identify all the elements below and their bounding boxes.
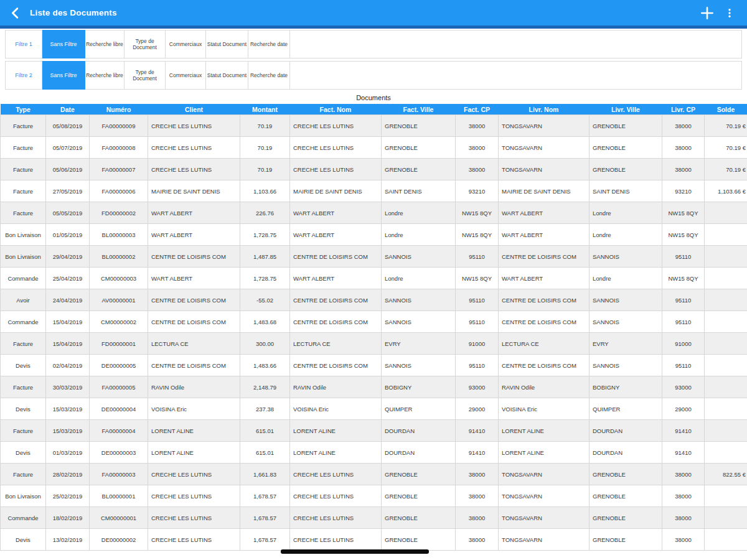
col-header-fact-ville[interactable]: Fact. Ville [382, 104, 456, 115]
filter1-label[interactable]: Filtre 1 [5, 30, 42, 58]
table-row[interactable]: Facture 28/02/2019 FA00000003 CRECHE LES… [1, 464, 747, 485]
table-row[interactable]: Commande 15/04/2019 CM00000002 CENTRE DE… [1, 311, 747, 333]
plus-icon [699, 5, 715, 21]
filter2-statut-document-button[interactable]: Statut Document [206, 61, 248, 90]
cell-livr-ville: QUIMPER [590, 398, 662, 420]
cell-montant: 2,148.79 [240, 376, 290, 398]
table-row[interactable]: Facture 30/03/2019 FA00000005 RAVIN Odil… [1, 376, 747, 398]
table-row[interactable]: Bon Livraison 01/05/2019 BL00000003 WART… [1, 224, 747, 246]
horizontal-scrollbar[interactable] [281, 549, 429, 554]
col-header-numero[interactable]: Numéro [90, 104, 148, 115]
cell-fact-cp: NW15 8QY [456, 268, 499, 289]
cell-fact-nom: WART ALBERT [290, 202, 382, 224]
add-document-button[interactable] [696, 2, 718, 24]
cell-montant: 615.01 [240, 442, 290, 464]
cell-livr-cp: 38000 [662, 137, 705, 159]
cell-montant: 1,728.75 [240, 224, 290, 246]
table-row[interactable]: Avoir 24/04/2019 AV00000001 CENTRE DE LO… [1, 289, 747, 311]
cell-fact-cp: 38000 [456, 485, 499, 507]
cell-date: 15/04/2019 [46, 311, 90, 333]
col-header-type[interactable]: Type [1, 104, 46, 115]
table-row[interactable]: Devis 15/03/2019 DE00000004 VOISINA Eric… [1, 398, 747, 420]
cell-numero: BL00000002 [90, 246, 148, 268]
overflow-menu-button[interactable] [718, 2, 741, 24]
filter1-type-document-button[interactable]: Type de Document [125, 30, 166, 58]
cell-fact-ville: GRENOBLE [382, 159, 456, 180]
back-button[interactable] [6, 4, 25, 22]
col-header-fact-cp[interactable]: Fact. CP [456, 104, 499, 115]
table-row[interactable]: Bon Livraison 25/02/2019 BL00000001 CREC… [1, 485, 747, 507]
table-row[interactable]: Facture 05/08/2019 FA00000009 CRECHE LES… [1, 115, 747, 137]
cell-livr-cp: 38000 [662, 529, 705, 551]
filter1-commerciaux-button[interactable]: Commerciaux [166, 30, 206, 58]
cell-livr-nom: CENTRE DE LOISIRS COM [499, 355, 590, 376]
cell-livr-cp: 95110 [662, 246, 705, 268]
cell-fact-ville: GRENOBLE [382, 464, 456, 485]
table-row[interactable]: Facture 15/03/2019 FA00000004 LORENT ALI… [1, 420, 747, 442]
filter1-recherche-date-button[interactable]: Recherche date [248, 30, 290, 58]
cell-fact-nom: CRECHE LES LUTINS [290, 137, 382, 159]
cell-montant: 1,678.57 [240, 507, 290, 529]
cell-solde [705, 485, 747, 507]
cell-date: 29/04/2019 [46, 246, 90, 268]
cell-fact-nom: CRECHE LES LUTINS [290, 464, 382, 485]
cell-livr-nom: TONGSAVARN [499, 529, 590, 551]
col-header-livr-nom[interactable]: Livr. Nom [499, 104, 590, 115]
cell-client: WART ALBERT [148, 202, 240, 224]
cell-livr-nom: LECTURA CE [499, 333, 590, 355]
cell-fact-cp: NW15 8QY [456, 202, 499, 224]
cell-solde: 70.19 € [705, 137, 747, 159]
cell-livr-cp: NW15 8QY [662, 224, 705, 246]
col-header-fact-nom[interactable]: Fact. Nom [290, 104, 382, 115]
col-header-livr-cp[interactable]: Livr. CP [662, 104, 705, 115]
cell-fact-cp: 38000 [456, 464, 499, 485]
cell-fact-nom: RAVIN Odile [290, 376, 382, 398]
table-row[interactable]: Facture 05/05/2019 FD00000002 WART ALBER… [1, 202, 747, 224]
col-header-client[interactable]: Client [148, 104, 240, 115]
cell-date: 15/04/2019 [46, 333, 90, 355]
cell-date: 02/04/2019 [46, 355, 90, 376]
cell-type: Devis [1, 442, 46, 464]
cell-numero: FD00000002 [90, 202, 148, 224]
filter1-sans-filtre-button[interactable]: Sans Filtre [42, 30, 85, 58]
filter2-type-document-button[interactable]: Type de Document [125, 61, 166, 90]
cell-fact-cp: 95110 [456, 355, 499, 376]
cell-fact-nom: CENTRE DE LOISIRS COM [290, 355, 382, 376]
cell-date: 30/03/2019 [46, 376, 90, 398]
cell-fact-cp: 93210 [456, 180, 499, 202]
filter2-sans-filtre-button[interactable]: Sans Filtre [42, 61, 85, 90]
filter2-label[interactable]: Filtre 2 [5, 61, 42, 90]
table-row[interactable]: Commande 25/04/2019 CM00000003 WART ALBE… [1, 268, 747, 289]
filter2-recherche-libre-button[interactable]: Recherche libre [85, 61, 125, 90]
cell-fact-cp: 91410 [456, 420, 499, 442]
cell-date: 24/04/2019 [46, 289, 90, 311]
cell-livr-cp: 95110 [662, 355, 705, 376]
table-row[interactable]: Facture 05/07/2019 FA00000008 CRECHE LES… [1, 137, 747, 159]
cell-date: 25/02/2019 [46, 485, 90, 507]
filter2-commerciaux-button[interactable]: Commerciaux [166, 61, 206, 90]
col-header-date[interactable]: Date [46, 104, 90, 115]
table-row[interactable]: Facture 05/06/2019 FA00000007 CRECHE LES… [1, 159, 747, 180]
filter1-statut-document-button[interactable]: Statut Document [206, 30, 248, 58]
table-row[interactable]: Devis 01/03/2019 DE00000003 LORENT ALINE… [1, 442, 747, 464]
cell-montant: 1,678.57 [240, 529, 290, 551]
table-row[interactable]: Devis 13/02/2019 DE00000002 CRECHE LES L… [1, 529, 747, 551]
cell-date: 27/05/2019 [46, 180, 90, 202]
cell-fact-nom: CENTRE DE LOISIRS COM [290, 289, 382, 311]
cell-type: Facture [1, 115, 46, 137]
table-row[interactable]: Facture 27/05/2019 FA00000006 MAIRIE DE … [1, 180, 747, 202]
filter2-recherche-date-button[interactable]: Recherche date [248, 61, 290, 90]
table-row[interactable]: Bon Livraison 29/04/2019 BL00000002 CENT… [1, 246, 747, 268]
cell-solde [705, 289, 747, 311]
col-header-montant[interactable]: Montant [240, 104, 290, 115]
table-row[interactable]: Facture 15/04/2019 FD00000001 LECTURA CE… [1, 333, 747, 355]
filter1-recherche-libre-button[interactable]: Recherche libre [85, 30, 125, 58]
table-row[interactable]: Devis 02/04/2019 DE00000005 CENTRE DE LO… [1, 355, 747, 376]
col-header-solde[interactable]: Solde [705, 104, 747, 115]
col-header-livr-ville[interactable]: Livr. Ville [590, 104, 662, 115]
chevron-left-icon [9, 6, 22, 20]
cell-livr-nom: MAIRIE DE SAINT DENIS [499, 180, 590, 202]
table-row[interactable]: Commande 18/02/2019 CM00000001 CRECHE LE… [1, 507, 747, 529]
cell-client: CRECHE LES LUTINS [148, 507, 240, 529]
cell-client: CENTRE DE LOISIRS COM [148, 355, 240, 376]
